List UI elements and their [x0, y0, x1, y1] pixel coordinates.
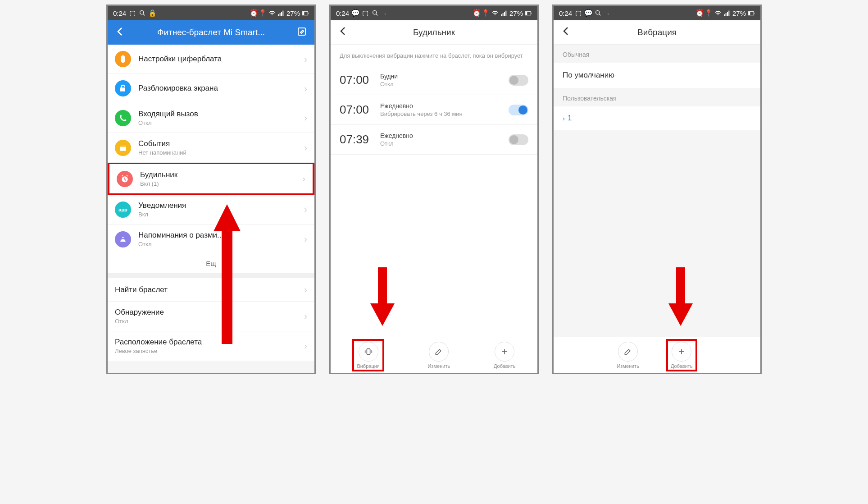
alarm-time: 07:00: [340, 73, 380, 87]
svg-line-16: [376, 14, 377, 15]
chevron-right-icon: ›: [304, 83, 307, 94]
svg-rect-8: [303, 12, 304, 15]
status-battery: 27%: [286, 9, 300, 17]
phone-screen-2: 0:24 💬 ▢ · ⏰ 📍 27% Будильник: [329, 5, 539, 374]
chat-icon: 💬: [352, 9, 359, 17]
page-title: Фитнес-браслет Mi Smart...: [126, 27, 296, 37]
row-band-position[interactable]: Расположение браслета Левое запястье ›: [108, 331, 314, 361]
chevron-right-icon: ›: [304, 311, 307, 321]
alarm-days: Ежедневно: [380, 102, 509, 110]
image-icon: ▢: [129, 9, 136, 17]
signal-icon: [277, 9, 285, 17]
phone-screen-1: 0:24 ▢ 🔒 ⏰ 📍 27% Фитнес-браслет Mi: [106, 5, 316, 374]
svg-rect-35: [749, 12, 750, 15]
alarm-toggle[interactable]: [509, 134, 528, 145]
alarm-item[interactable]: 07:00 Будни Откл: [331, 65, 537, 95]
row-subtitle: Откл: [138, 119, 304, 126]
svg-rect-34: [754, 13, 754, 14]
battery-icon: [525, 9, 532, 17]
edit-button[interactable]: Изменить: [617, 342, 639, 369]
phone-screen-3: 0:24 ▢ 💬 · ⏰ 📍 27% Вибрация: [552, 5, 762, 374]
row-notifications[interactable]: app Уведомления Вкл ›: [108, 195, 314, 225]
svg-rect-31: [727, 12, 728, 16]
signal-icon: [500, 9, 508, 17]
row-incoming-call[interactable]: Входящий вызов Откл ›: [108, 103, 314, 133]
back-button[interactable]: [561, 26, 572, 39]
bottom-bar: Вибрация Изменить Добавить: [331, 337, 537, 373]
back-button[interactable]: [338, 26, 349, 39]
edit-icon: [618, 342, 638, 362]
svg-point-15: [373, 11, 377, 14]
row-alarm[interactable]: Будильник Вкл (1) ›: [109, 164, 313, 193]
row-default-vibration[interactable]: По умолчанию: [554, 63, 760, 88]
back-button[interactable]: [115, 26, 126, 39]
chat-icon: 💬: [585, 9, 592, 17]
svg-rect-23: [526, 12, 527, 15]
row-title: Уведомления: [138, 201, 304, 210]
svg-rect-4: [281, 12, 282, 16]
svg-line-28: [599, 14, 600, 15]
image-icon: ▢: [575, 9, 582, 17]
alarm-days: Ежедневно: [380, 132, 509, 139]
screen-header: Вибрация: [554, 20, 760, 45]
unlock-icon: [115, 80, 131, 96]
location-icon: 📍: [705, 9, 713, 17]
row-title: Настройки циферблата: [138, 55, 304, 64]
row-subtitle: Нет напоминаний: [138, 149, 304, 156]
chevron-right-icon: ›: [304, 204, 307, 215]
vibration-icon: [359, 342, 378, 362]
row-custom-vibration-1[interactable]: › 1: [554, 106, 760, 130]
button-label: Изменить: [617, 363, 639, 369]
alarm-item[interactable]: 07:39 Ежедневно Откл: [331, 125, 537, 155]
bottom-bar: Изменить Добавить: [554, 337, 760, 373]
status-time: 0:24: [113, 9, 126, 17]
add-button[interactable]: Добавить: [666, 339, 697, 371]
status-battery: 27%: [509, 9, 523, 17]
alarm-row-highlight: Будильник Вкл (1) ›: [108, 162, 314, 195]
button-label: Добавить: [671, 363, 693, 369]
alarm-item[interactable]: 07:00 Ежедневно Вибрировать через 6 ч 36…: [331, 95, 537, 125]
chevron-right-icon: ›: [563, 115, 565, 122]
row-idle-reminder[interactable]: Напоминания о разми... Откл ›: [108, 225, 314, 254]
status-time: 0:24: [559, 9, 572, 17]
events-icon: [115, 140, 131, 156]
vibration-button[interactable]: Вибрация: [352, 339, 384, 371]
chevron-right-icon: ›: [304, 113, 307, 123]
edit-button[interactable]: Изменить: [428, 342, 450, 369]
chevron-right-icon: ›: [304, 142, 307, 153]
add-button[interactable]: Добавить: [494, 342, 516, 369]
battery-icon: [748, 9, 755, 17]
status-bar: 0:24 ▢ 💬 · ⏰ 📍 27%: [554, 6, 760, 20]
row-detection[interactable]: Обнаружение Откл ›: [108, 302, 314, 331]
button-label: Вибрация: [357, 363, 379, 369]
row-subtitle: Откл: [115, 318, 304, 325]
svg-line-1: [143, 14, 145, 15]
status-bar: 0:24 ▢ 🔒 ⏰ 📍 27%: [108, 6, 314, 20]
info-text: Для выключения вибрации нажмите на брасл…: [331, 45, 537, 65]
svg-rect-22: [531, 13, 531, 14]
row-title: Напоминания о разми...: [138, 231, 304, 240]
svg-rect-24: [367, 348, 370, 354]
row-title: Найти браслет: [115, 285, 304, 294]
row-subtitle: Вкл: [138, 211, 304, 218]
row-find-band[interactable]: Найти браслет ›: [108, 278, 314, 302]
section-header-default: Обычная: [554, 45, 760, 63]
alarm-toggle[interactable]: [509, 105, 528, 115]
edit-button[interactable]: [296, 26, 307, 39]
row-watchface[interactable]: Настройки циферблата ›: [108, 45, 314, 74]
location-icon: 📍: [259, 9, 267, 17]
alarm-toggle[interactable]: [509, 75, 528, 86]
row-title: Расположение браслета: [115, 338, 304, 347]
location-icon: 📍: [482, 9, 490, 17]
button-label: Изменить: [428, 363, 450, 369]
svg-point-14: [122, 237, 123, 238]
more-link[interactable]: Ещ: [108, 254, 314, 273]
row-title: Обнаружение: [115, 308, 304, 317]
idle-icon: [115, 231, 131, 247]
row-title: Будильник: [140, 170, 302, 179]
search-icon: [139, 9, 146, 17]
row-unlock[interactable]: Разблокировка экрана ›: [108, 74, 314, 103]
row-events[interactable]: События Нет напоминаний ›: [108, 133, 314, 163]
alarm-time: 07:00: [340, 103, 380, 117]
alarm-icon: [117, 171, 133, 187]
